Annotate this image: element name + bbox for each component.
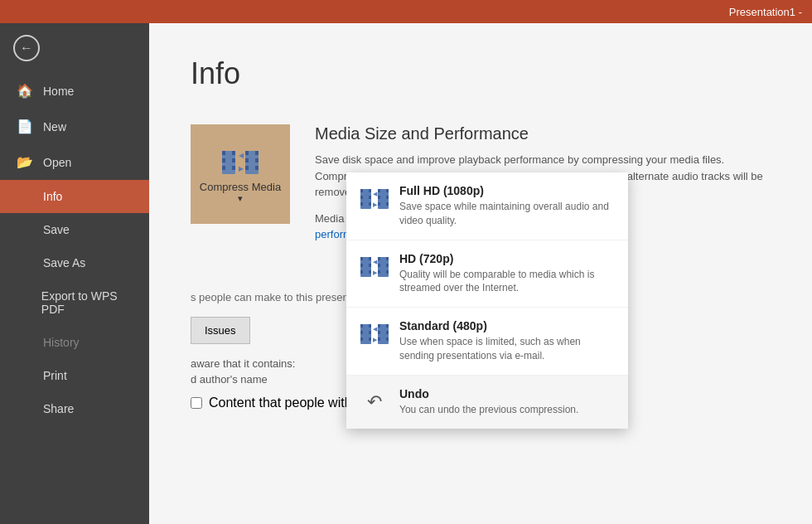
svg-rect-20	[369, 189, 371, 192]
svg-rect-61	[386, 324, 389, 328]
full-hd-text: Full HD (1080p) Save space while maintai…	[399, 184, 615, 228]
svg-rect-28	[378, 202, 380, 206]
svg-rect-44	[378, 270, 380, 274]
svg-rect-35	[360, 270, 363, 274]
svg-rect-30	[386, 196, 389, 199]
media-heading: Media Size and Performance	[315, 124, 771, 143]
svg-rect-45	[386, 257, 389, 260]
svg-text:▶: ▶	[373, 337, 378, 342]
sidebar-label-home: Home	[43, 85, 74, 98]
undo-label: Undo	[399, 387, 578, 400]
svg-rect-47	[386, 270, 389, 274]
svg-rect-1	[222, 151, 225, 155]
undo-icon: ↶	[360, 387, 389, 417]
svg-rect-26	[378, 189, 380, 192]
filename: Presentation1 -	[729, 6, 802, 18]
hd-desc: Quality will be comparable to media whic…	[399, 268, 615, 296]
svg-rect-38	[369, 270, 371, 274]
home-icon: 🏠	[17, 83, 33, 99]
sidebar-label-info: Info	[43, 190, 62, 203]
svg-text:◀: ◀	[373, 259, 378, 264]
svg-rect-29	[386, 189, 389, 192]
svg-rect-6	[232, 166, 235, 170]
svg-rect-31	[386, 202, 389, 206]
sidebar-label-save: Save	[43, 223, 70, 236]
svg-rect-12	[245, 166, 249, 170]
sidebar-item-print[interactable]: Print	[0, 359, 149, 392]
sidebar-label-save-as: Save As	[43, 256, 85, 269]
sidebar-item-info[interactable]: Info	[0, 180, 149, 213]
compress-label: Compress Media	[200, 181, 281, 193]
dropdown-item-standard[interactable]: ◀ ▶ Standard (480p) Use when space is li…	[346, 308, 628, 376]
sidebar-label-export: Export to WPS PDF	[41, 289, 133, 316]
hd-text: HD (720p) Quality will be comparable to …	[399, 252, 615, 296]
page-title: Info	[191, 56, 771, 91]
sidebar-item-share[interactable]: Share	[0, 392, 149, 425]
new-icon: 📄	[17, 119, 33, 134]
svg-rect-33	[360, 257, 363, 260]
sidebar-item-export[interactable]: Export to WPS PDF	[0, 279, 149, 326]
standard-text: Standard (480p) Use when space is limite…	[399, 319, 615, 363]
svg-rect-21	[369, 196, 371, 199]
main-content: Info ◀ ▶	[149, 23, 812, 524]
svg-text:◀: ◀	[373, 326, 378, 332]
svg-rect-14	[255, 158, 259, 163]
svg-rect-13	[255, 151, 259, 155]
undo-desc: You can undo the previous compression.	[399, 403, 578, 417]
svg-rect-58	[378, 324, 380, 328]
svg-rect-43	[378, 264, 380, 267]
standard-desc: Use when space is limited, such as when …	[399, 335, 615, 363]
full-hd-label: Full HD (1080p)	[399, 184, 615, 197]
svg-rect-54	[369, 337, 371, 341]
sidebar-item-save-as[interactable]: Save As	[0, 246, 149, 279]
undo-text: Undo You can undo the previous compressi…	[399, 387, 578, 417]
svg-rect-3	[222, 166, 225, 170]
full-hd-desc: Save space while maintaining overall aud…	[399, 200, 615, 228]
compress-media-icon: ◀ ▶	[220, 144, 260, 181]
sidebar-label-history: History	[43, 336, 80, 349]
svg-rect-15	[255, 166, 259, 170]
svg-rect-19	[360, 202, 363, 206]
sidebar-item-home[interactable]: 🏠 Home	[0, 73, 149, 109]
sidebar-item-history: History	[0, 326, 149, 359]
sidebar-item-open[interactable]: 📂 Open	[0, 144, 149, 180]
sidebar-label-open: Open	[43, 156, 71, 169]
compress-dropdown-menu: ◀ ▶ Full HD (1080p) Save space while mai…	[346, 172, 628, 429]
svg-text:◀: ◀	[239, 152, 244, 159]
sidebar-item-save[interactable]: Save	[0, 213, 149, 246]
svg-rect-51	[360, 337, 363, 341]
svg-text:▶: ▶	[239, 165, 244, 172]
accessibility-checkbox[interactable]	[191, 397, 202, 409]
svg-rect-22	[369, 202, 371, 206]
compress-media-button[interactable]: ◀ ▶ Compress Media ▾	[191, 124, 290, 224]
standard-label: Standard (480p)	[399, 319, 615, 332]
sidebar-item-new[interactable]: 📄 New	[0, 109, 149, 144]
dropdown-item-full-hd[interactable]: ◀ ▶ Full HD (1080p) Save space while mai…	[346, 172, 628, 240]
svg-rect-18	[360, 196, 363, 199]
svg-rect-50	[360, 331, 363, 334]
svg-rect-49	[360, 324, 363, 328]
hd-label: HD (720p)	[399, 252, 615, 265]
svg-text:▶: ▶	[373, 201, 378, 207]
dropdown-item-undo[interactable]: ↶ Undo You can undo the previous compres…	[346, 376, 628, 429]
hd-media-icon: ◀ ▶	[360, 254, 389, 280]
svg-rect-52	[369, 324, 371, 328]
open-icon: 📂	[17, 154, 33, 170]
title-bar: Presentation1 -	[0, 0, 812, 23]
svg-rect-63	[386, 337, 389, 341]
dropdown-item-hd[interactable]: ◀ ▶ HD (720p) Quality will be comparable…	[346, 240, 628, 308]
full-hd-media-icon: ◀ ▶	[360, 186, 389, 212]
hd-icon: ◀ ▶	[360, 252, 389, 282]
compress-dropdown-arrow: ▾	[238, 193, 243, 204]
sidebar-label-share: Share	[43, 402, 74, 415]
back-button[interactable]: ←	[0, 23, 149, 73]
sidebar-nav: 🏠 Home 📄 New 📂 Open Info Save S	[0, 73, 149, 524]
back-circle-icon: ←	[13, 35, 40, 61]
svg-rect-5	[232, 158, 235, 163]
svg-rect-17	[360, 189, 363, 192]
sidebar: ← 🏠 Home 📄 New 📂 Open Info Save	[0, 23, 149, 524]
sidebar-label-print: Print	[43, 369, 67, 382]
issues-button[interactable]: Issues	[191, 317, 250, 344]
svg-rect-60	[378, 337, 380, 341]
svg-rect-36	[369, 257, 371, 260]
